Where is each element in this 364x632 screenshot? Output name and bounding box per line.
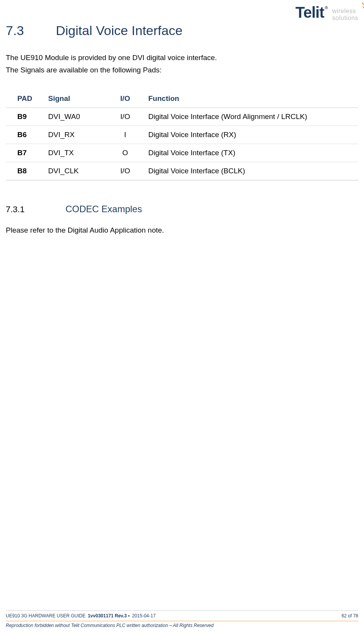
footer-doc-rev: 1vv0301171 Rev.3 •	[88, 613, 130, 619]
th-io: I/O	[106, 90, 148, 108]
cell-io: O	[106, 144, 148, 162]
th-signal: Signal	[48, 90, 106, 108]
footer-divider-grey	[6, 610, 358, 611]
cell-function: Digital Voice Interface (TX)	[148, 144, 358, 162]
logo-tagline-1: wireless	[332, 8, 358, 15]
table-header-row: PAD Signal I/O Function	[6, 90, 358, 108]
th-pad: PAD	[6, 90, 48, 108]
footer-line: UE910 3G HARDWARE USER GUIDE 1vv0301171 …	[6, 613, 358, 619]
subsection-heading: 7.3.1 CODEC Examples	[6, 204, 358, 215]
table-row: B9 DVI_WA0 I/O Digital Voice Interface (…	[6, 108, 358, 126]
section-heading: 7.3 Digital Voice Interface	[6, 23, 358, 38]
cell-signal: DVI_WA0	[48, 108, 106, 126]
subsection-title: CODEC Examples	[65, 204, 142, 215]
footer-copyright: Reproduction forbidden without Telit Com…	[6, 623, 358, 628]
section-number: 7.3	[6, 23, 56, 38]
cell-pad: B8	[6, 162, 48, 181]
logo-brand-name: Telit	[295, 4, 324, 21]
cell-pad: B9	[6, 108, 48, 126]
table-row: B6 DVI_RX I Digital Voice Interface (RX)	[6, 126, 358, 144]
th-function: Function	[148, 90, 358, 108]
section-paragraph-2: The Signals are available on the followi…	[6, 66, 358, 74]
section-title: Digital Voice Interface	[56, 23, 183, 38]
cell-io: I/O	[106, 108, 148, 126]
cell-signal: DVI_RX	[48, 126, 106, 144]
cell-pad: B6	[6, 126, 48, 144]
cell-signal: DVI_TX	[48, 144, 106, 162]
cell-signal: DVI_CLK	[48, 162, 106, 181]
page-footer: UE910 3G HARDWARE USER GUIDE 1vv0301171 …	[6, 610, 358, 628]
footer-divider-orange	[6, 621, 358, 621]
footer-page-number: 62 of 78	[342, 613, 358, 619]
brand-logo: Telit® wireless solutions	[295, 4, 358, 22]
cell-io: I/O	[106, 162, 148, 181]
cell-pad: B7	[6, 144, 48, 162]
footer-doc-info: UE910 3G HARDWARE USER GUIDE 1vv0301171 …	[6, 613, 156, 619]
cell-function: Digital Voice Interface (RX)	[148, 126, 358, 144]
table-row: B7 DVI_TX O Digital Voice Interface (TX)	[6, 144, 358, 162]
logo-brand-text: Telit®	[295, 4, 327, 21]
subsection-paragraph-1: Please refer to the Digital Audio Applic…	[6, 226, 358, 235]
subsection-number: 7.3.1	[6, 205, 65, 215]
table-row: B8 DVI_CLK I/O Digital Voice Interface (…	[6, 162, 358, 181]
logo-registered-icon: ®	[325, 5, 327, 10]
footer-doc-date: 2015-04-17	[132, 613, 156, 619]
cell-io: I	[106, 126, 148, 144]
cell-function: Digital Voice Interface (Word Alignment …	[148, 108, 358, 126]
cell-function: Digital Voice Interface (BCLK)	[148, 162, 358, 181]
signal-table: PAD Signal I/O Function B9 DVI_WA0 I/O D…	[6, 90, 358, 181]
section-paragraph-1: The UE910 Module is provided by one DVI …	[6, 54, 358, 62]
logo-tagline-2: solutions	[332, 15, 358, 22]
logo-tagline: wireless solutions	[332, 8, 358, 22]
logo-accent-icon	[362, 2, 364, 11]
footer-doc-title: UE910 3G HARDWARE USER GUIDE	[6, 613, 86, 619]
